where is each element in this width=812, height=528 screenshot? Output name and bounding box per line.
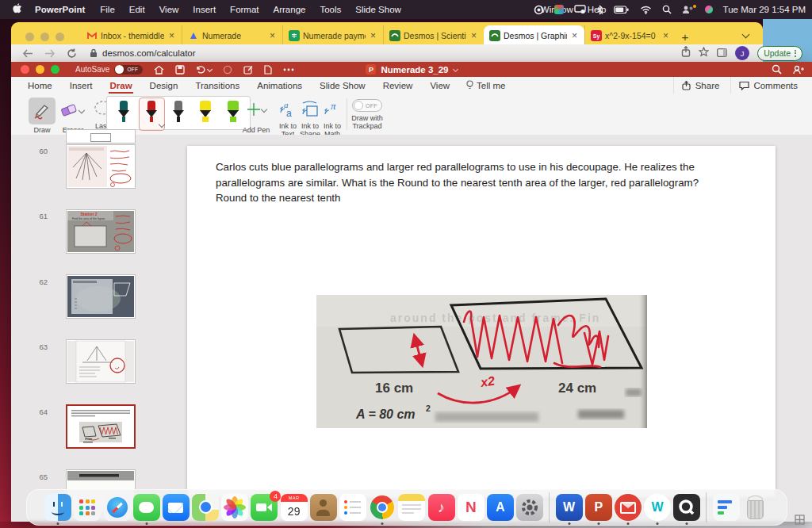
- menu-file[interactable]: File: [93, 5, 122, 14]
- presence-icon[interactable]: [793, 63, 804, 78]
- back-icon[interactable]: [22, 49, 33, 58]
- save-icon[interactable]: [175, 65, 185, 75]
- forward-icon[interactable]: [44, 49, 56, 58]
- tab-slide-show[interactable]: Slide Show: [311, 77, 374, 94]
- launchpad-icon[interactable]: [74, 494, 101, 521]
- chrome-update-button[interactable]: Update: [757, 46, 802, 61]
- highlighter-yellow[interactable]: [196, 100, 215, 127]
- compose-icon[interactable]: [243, 65, 253, 75]
- notes-icon[interactable]: [398, 494, 425, 521]
- share-page-icon[interactable]: [681, 46, 691, 60]
- new-tab-button[interactable]: +: [676, 27, 695, 46]
- tab-gmail-inbox[interactable]: Inbox - themiddleschoo ×: [81, 25, 182, 46]
- reload-icon[interactable]: [67, 48, 77, 59]
- tab-numerade-payments[interactable]: Numerade payments ×: [282, 25, 383, 46]
- menu-tools[interactable]: Tools: [312, 5, 348, 14]
- tab-close-icon[interactable]: ×: [167, 30, 176, 41]
- tab-draw[interactable]: Draw: [101, 77, 140, 94]
- wyzant-icon[interactable]: W: [644, 494, 671, 521]
- status-dot-app-icon[interactable]: [705, 6, 713, 13]
- trackpad-toggle[interactable]: OFF: [352, 99, 382, 112]
- share-button[interactable]: Share: [673, 77, 728, 94]
- slide-62-thumbnail[interactable]: [66, 274, 136, 319]
- pen-red-selected[interactable]: [142, 100, 161, 127]
- tab-view[interactable]: View: [421, 77, 458, 94]
- reminders-icon[interactable]: [339, 494, 366, 521]
- calendar-icon[interactable]: MAR 29: [281, 494, 308, 521]
- tab-search-chevron-icon[interactable]: [742, 31, 750, 39]
- system-settings-icon[interactable]: [516, 494, 543, 521]
- ribbon-search-icon[interactable]: [772, 63, 782, 78]
- tell-me-button[interactable]: Tell me: [458, 80, 513, 90]
- tab-home[interactable]: Home: [19, 77, 61, 94]
- menu-app-name[interactable]: PowerPoint: [27, 5, 93, 14]
- undo-icon[interactable]: [196, 65, 212, 74]
- powerpoint-dock-icon[interactable]: P: [585, 494, 612, 521]
- site-lock-icon[interactable]: [90, 48, 98, 58]
- safari-icon[interactable]: [104, 494, 131, 521]
- spotlight-search-icon[interactable]: [662, 5, 672, 14]
- menu-arrange[interactable]: Arrange: [266, 5, 313, 14]
- chrome-minimize-button[interactable]: [40, 33, 49, 41]
- battery-icon[interactable]: [614, 6, 630, 14]
- chrome-dock-icon[interactable]: [369, 494, 396, 521]
- display-mirroring-icon[interactable]: [574, 5, 586, 14]
- pen-dark-teal[interactable]: [114, 100, 133, 127]
- trash-icon[interactable]: [742, 494, 769, 521]
- quicktime-icon[interactable]: [673, 494, 700, 521]
- ink-to-math-button[interactable]: π: [322, 99, 343, 120]
- user-switch-icon[interactable]: [682, 5, 695, 14]
- slide-canvas[interactable]: Carlos cuts blue parallelograms and larg…: [187, 146, 776, 498]
- bookmark-star-icon[interactable]: [699, 46, 709, 60]
- menu-view[interactable]: View: [152, 5, 186, 14]
- tab-transitions[interactable]: Transitions: [186, 77, 248, 94]
- slide-61-thumbnail[interactable]: Station 2 Find the area of the figure.: [66, 209, 136, 254]
- tab-design[interactable]: Design: [141, 77, 187, 94]
- tab-desmos-scientific[interactable]: Desmos | Scientific Cal ×: [383, 25, 484, 46]
- word-icon[interactable]: W: [556, 494, 583, 521]
- finder-icon[interactable]: [44, 494, 71, 521]
- chrome-close-button[interactable]: [25, 33, 34, 41]
- home-icon[interactable]: [154, 65, 164, 75]
- tab-numerade[interactable]: Numerade ×: [182, 25, 282, 46]
- gmail-dock-icon[interactable]: [615, 494, 642, 521]
- music-icon[interactable]: ♪: [428, 494, 455, 521]
- chrome-zoom-button[interactable]: [56, 33, 64, 41]
- menu-insert[interactable]: Insert: [186, 5, 223, 14]
- chrome-menu-icon[interactable]: [795, 50, 796, 57]
- tab-close-icon[interactable]: ×: [369, 30, 377, 41]
- profile-avatar[interactable]: J: [735, 46, 749, 60]
- tab-desmos-graphing[interactable]: Desmos | Graphing Cal ×: [484, 25, 584, 46]
- status-app-icon[interactable]: [554, 5, 564, 14]
- app-store-icon[interactable]: A: [487, 494, 514, 521]
- ink-to-text-button[interactable]: aa: [278, 99, 298, 120]
- highlighter-green[interactable]: [224, 100, 243, 127]
- ink-to-shape-button[interactable]: [300, 99, 320, 120]
- tab-review[interactable]: Review: [374, 77, 422, 94]
- add-pen-button[interactable]: [243, 100, 270, 119]
- eraser-tool-button[interactable]: [60, 100, 84, 121]
- comments-button[interactable]: Comments: [730, 77, 806, 94]
- slide-64-thumbnail-selected[interactable]: [66, 404, 136, 449]
- toolbar-more-icon[interactable]: [283, 68, 294, 71]
- downloads-stack-icon[interactable]: [713, 494, 740, 521]
- slide-59-thumbnail-partial[interactable]: [66, 129, 136, 143]
- tab-symbolab[interactable]: Sy x^2-9x-154=0 - Symb ×: [584, 25, 676, 46]
- new-slide-icon[interactable]: [264, 65, 272, 75]
- tab-close-icon[interactable]: ×: [661, 30, 670, 41]
- slide-63-thumbnail[interactable]: [66, 339, 136, 384]
- tab-animations[interactable]: Animations: [248, 77, 311, 94]
- apple-menu-icon[interactable]: [0, 3, 27, 16]
- url-field[interactable]: desmos.com/calculator: [102, 48, 196, 58]
- menu-format[interactable]: Format: [223, 5, 266, 14]
- tab-close-icon[interactable]: ×: [469, 30, 478, 41]
- autosave-toggle[interactable]: OFF: [114, 65, 143, 75]
- tab-close-icon[interactable]: ×: [570, 30, 579, 41]
- menu-slideshow[interactable]: Slide Show: [348, 5, 408, 14]
- screen-record-icon[interactable]: [534, 5, 544, 15]
- tab-close-icon[interactable]: ×: [268, 30, 277, 41]
- messages-icon[interactable]: [133, 494, 160, 521]
- pen-black[interactable]: [169, 100, 188, 127]
- bluetooth-icon[interactable]: [596, 5, 603, 15]
- contacts-icon[interactable]: [310, 494, 337, 521]
